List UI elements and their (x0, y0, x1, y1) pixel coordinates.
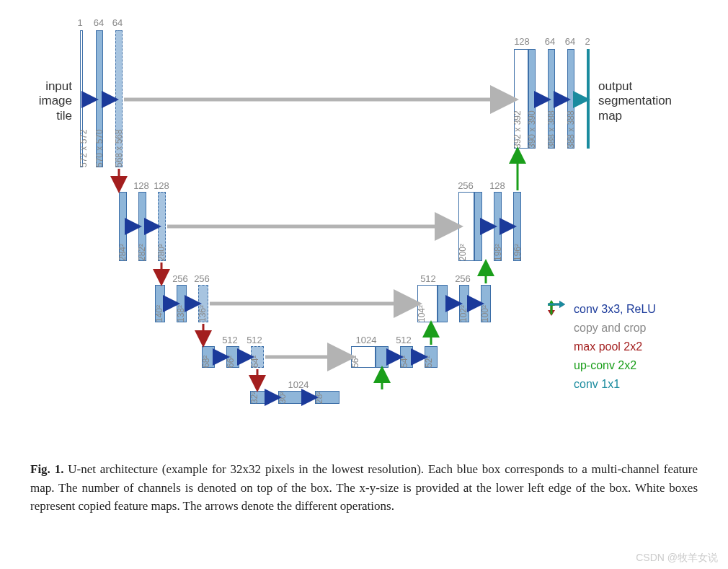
dim-d0w: 392 x 392 (512, 110, 523, 149)
dim-e2c: 136² (197, 305, 208, 322)
ch-e0c: 64 (110, 17, 125, 28)
page: 1 64 64 572 x 572 570 x 570 568 x 568 in… (0, 0, 728, 569)
legend-copy: copy and crop (546, 319, 656, 338)
ch-e4a: 1024 (285, 379, 311, 390)
dim-e3c: 64² (250, 356, 260, 368)
dim-e1a: 284² (117, 244, 128, 261)
dim-d2b: 100² (480, 305, 490, 322)
fmap-d3-0 (376, 346, 389, 368)
fmap-d0-3 (587, 49, 590, 149)
dim-e0b: 570 x 570 (94, 129, 105, 167)
dim-e0a: 572 x 572 (79, 129, 89, 167)
legend-conv: conv 3x3, ReLU (546, 300, 656, 319)
dim-d0a: 390 x 390 (527, 110, 537, 149)
ch-d3w: 1024 (353, 335, 379, 345)
dim-d2a: 102² (458, 305, 469, 322)
dim-d3a: 54² (399, 356, 409, 368)
input-label-text: input image tile (39, 79, 72, 123)
ch-d1w: 256 (456, 180, 476, 191)
dim-e2b: 138² (176, 305, 186, 322)
ch-d0w: 128 (512, 36, 532, 47)
unet-diagram: 1 64 64 572 x 572 570 x 570 568 x 568 in… (0, 0, 728, 454)
dim-d3b: 52² (424, 356, 434, 368)
figure-text: U-net architecture (example for 32x32 pi… (30, 462, 698, 513)
ch-e2a: 256 (170, 273, 190, 284)
legend-copy-text: copy and crop (574, 322, 647, 335)
fmap-d2-0 (438, 285, 448, 322)
output-label-text: output segmentation map (598, 79, 672, 123)
legend-pool-text: max pool 2x2 (574, 340, 642, 353)
legend-up-text: up-conv 2x2 (574, 359, 636, 372)
legend-conv-text: conv 3x3, ReLU (574, 303, 656, 316)
ch-e0b: 64 (91, 17, 107, 28)
ch-d2w: 512 (418, 273, 438, 284)
figure-label: Fig. 1. (30, 462, 63, 476)
ch-d0c: 2 (584, 36, 591, 47)
ch-e0a: 1 (76, 17, 84, 28)
legend-pool: max pool 2x2 (546, 338, 656, 356)
dim-e3b: 66² (226, 356, 236, 368)
legend-conv1: conv 1x1 (546, 375, 656, 394)
dim-d1a: 198² (493, 244, 503, 261)
watermark: CSDN @牧羊女说 (636, 552, 718, 565)
legend-conv1-text: conv 1x1 (574, 378, 620, 391)
dim-d0b: 388 x 388 (546, 110, 556, 149)
ch-e1a: 128 (131, 180, 151, 191)
fmap-d1-0 (474, 192, 482, 261)
ch-e3b: 512 (244, 335, 265, 345)
dim-d3w: 56² (350, 356, 360, 368)
legend: conv 3x3, ReLU copy and crop max pool 2x… (546, 300, 656, 394)
dim-d2w: 104² (417, 305, 427, 322)
ch-e1b: 128 (151, 180, 172, 191)
dim-e1c: 280² (156, 244, 167, 261)
dim-e4c: 28² (314, 392, 324, 404)
dim-e4a: 32² (249, 392, 259, 404)
dim-e4b: 30² (278, 392, 288, 404)
legend-up: up-conv 2x2 (546, 356, 656, 375)
ch-d1a: 128 (487, 180, 507, 191)
ch-d2a: 256 (453, 273, 473, 284)
dim-e0c: 568 x 568 (114, 129, 124, 167)
ch-d3a: 512 (394, 335, 414, 345)
dim-d1w: 200² (458, 244, 468, 261)
dim-d0c: 388 x 388 (566, 110, 576, 149)
input-label: input image tile (22, 79, 72, 123)
ch-e2b: 256 (192, 273, 212, 284)
output-label: output segmentation map (598, 79, 685, 123)
ch-d0b: 64 (562, 36, 578, 47)
dim-d1b: 196² (512, 244, 523, 261)
figure-caption: Fig. 1. U-net architecture (example for … (30, 460, 698, 516)
dim-e2a: 140² (154, 305, 164, 322)
dim-e3a: 68² (201, 356, 211, 368)
ch-e3a: 512 (220, 335, 240, 345)
ch-d0a: 64 (542, 36, 558, 47)
dim-e1b: 282² (137, 244, 147, 261)
